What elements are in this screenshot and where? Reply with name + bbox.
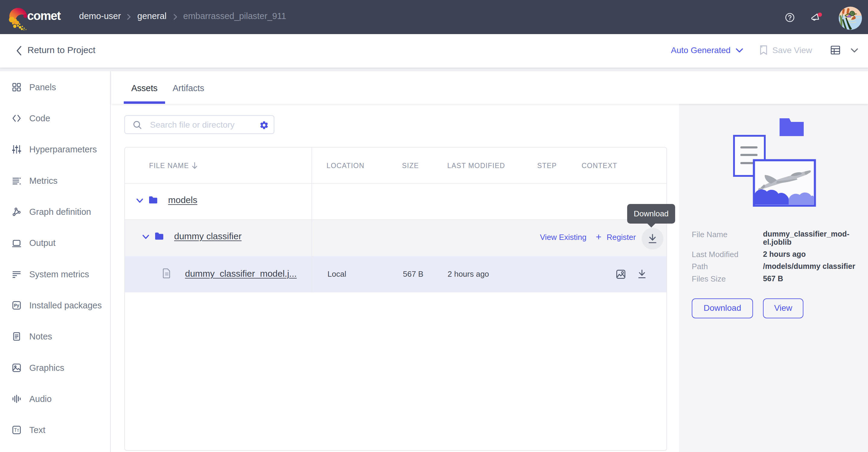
svg-text:Tт: Tт bbox=[14, 427, 19, 433]
svg-text:Py: Py bbox=[14, 303, 19, 308]
